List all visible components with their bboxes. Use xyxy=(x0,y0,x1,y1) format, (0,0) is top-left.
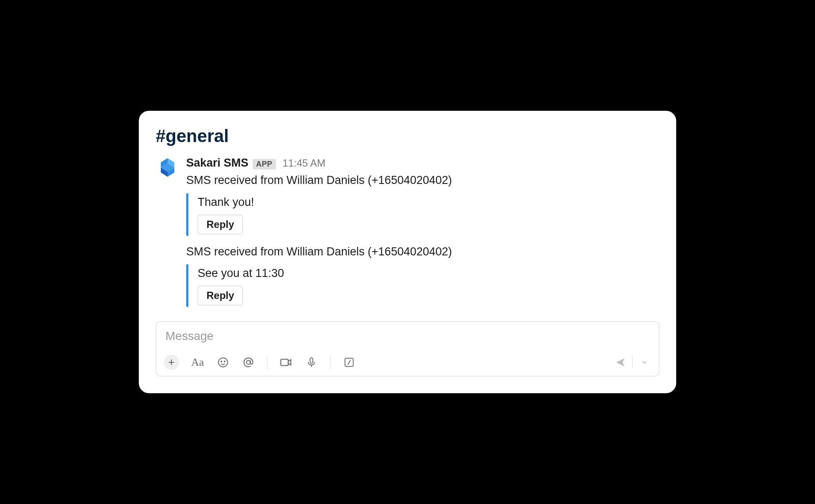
toolbar-divider xyxy=(330,356,330,369)
composer-toolbar: + Aa xyxy=(156,351,659,376)
sms-block: SMS received from William Daniels (+1650… xyxy=(186,244,659,307)
timestamp: 11:45 AM xyxy=(283,157,325,169)
mention-icon xyxy=(242,356,254,368)
send-icon xyxy=(615,357,626,368)
message-input[interactable] xyxy=(165,329,650,343)
quote-block: See you at 11:30 Reply xyxy=(186,264,659,307)
message-composer: + Aa xyxy=(156,321,659,376)
avatar xyxy=(156,156,179,180)
sms-body: See you at 11:30 xyxy=(198,264,659,286)
svg-rect-10 xyxy=(310,358,313,363)
message-content: Sakari SMS APP 11:45 AM SMS received fro… xyxy=(186,156,659,314)
sakari-logo-icon xyxy=(156,156,179,180)
quote-block: Thank you! Reply xyxy=(186,193,659,236)
toolbar-left: + Aa xyxy=(164,355,356,370)
video-icon xyxy=(280,356,292,369)
chat-window: #general Sakari SMS APP 11:45 AM SMS rec xyxy=(139,111,676,393)
sms-header: SMS received from William Daniels (+1650… xyxy=(186,244,659,260)
toolbar-divider xyxy=(267,356,267,369)
composer-input-row xyxy=(156,322,659,351)
mention-button[interactable] xyxy=(242,356,255,369)
emoji-icon xyxy=(218,357,229,368)
chevron-down-icon xyxy=(641,359,648,366)
app-badge: APP xyxy=(253,159,276,170)
slash-box-icon xyxy=(344,357,355,368)
sms-body: Thank you! xyxy=(198,193,659,215)
reply-button[interactable]: Reply xyxy=(198,286,243,305)
emoji-button[interactable] xyxy=(216,356,230,369)
sms-header: SMS received from William Daniels (+1650… xyxy=(186,172,659,189)
svg-line-13 xyxy=(348,360,351,364)
message-meta: Sakari SMS APP 11:45 AM xyxy=(186,156,659,170)
svg-rect-9 xyxy=(281,359,289,365)
send-options-button[interactable] xyxy=(638,356,651,369)
sender-name: Sakari SMS xyxy=(186,156,248,170)
svg-point-6 xyxy=(221,361,222,362)
shortcut-button[interactable] xyxy=(342,356,356,369)
plus-icon: + xyxy=(168,356,174,369)
toolbar-right xyxy=(614,356,651,369)
reply-button[interactable]: Reply xyxy=(198,215,243,234)
message-row: Sakari SMS APP 11:45 AM SMS received fro… xyxy=(156,156,659,314)
send-button[interactable] xyxy=(614,356,627,369)
video-button[interactable] xyxy=(279,356,293,369)
attach-button[interactable]: + xyxy=(164,355,179,370)
svg-point-5 xyxy=(218,358,228,367)
svg-point-8 xyxy=(246,360,250,364)
channel-name: #general xyxy=(156,126,659,146)
format-button[interactable]: Aa xyxy=(191,356,204,369)
send-divider xyxy=(632,357,633,368)
audio-button[interactable] xyxy=(305,356,318,369)
svg-point-7 xyxy=(224,361,225,362)
format-icon: Aa xyxy=(191,356,204,369)
microphone-icon xyxy=(306,357,317,368)
